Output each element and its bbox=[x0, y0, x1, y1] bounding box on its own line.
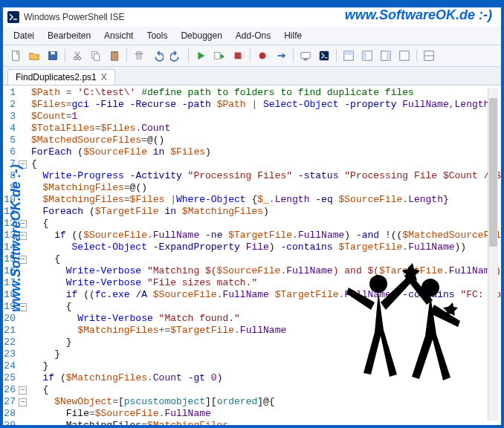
code-editor[interactable]: 1234567891011121314151617181920212223242… bbox=[3, 85, 501, 426]
watermark-top: www.SoftwareOK.de :-) bbox=[345, 7, 492, 23]
menubar: Datei Bearbeiten Ansicht Tools Debuggen … bbox=[3, 27, 501, 45]
run-selection-icon[interactable] bbox=[211, 48, 227, 64]
menu-datei[interactable]: Datei bbox=[7, 28, 40, 43]
copy-icon[interactable] bbox=[88, 48, 104, 64]
break-icon[interactable] bbox=[254, 48, 271, 64]
save-icon[interactable] bbox=[45, 48, 61, 64]
svg-point-12 bbox=[259, 53, 266, 59]
watermark-left: www.SoftwareOK.de :-) bbox=[8, 164, 24, 311]
svg-rect-11 bbox=[235, 53, 242, 59]
menu-ansicht[interactable]: Ansicht bbox=[98, 28, 139, 43]
window-title: Windows PowerShell ISE bbox=[24, 12, 124, 22]
run-icon[interactable] bbox=[193, 48, 209, 64]
powershell-icon[interactable] bbox=[316, 48, 332, 64]
svg-rect-13 bbox=[301, 53, 310, 59]
vertical-scrollbar[interactable] bbox=[488, 88, 498, 421]
cut-icon[interactable] bbox=[69, 48, 85, 64]
layout3-icon[interactable] bbox=[378, 48, 394, 64]
toolbar-separator bbox=[65, 49, 65, 62]
menu-tools[interactable]: Tools bbox=[140, 28, 173, 43]
toolbar-separator bbox=[416, 49, 417, 62]
layout2-icon[interactable] bbox=[359, 48, 375, 64]
tabbar: FindDuplicates2.ps1 X bbox=[3, 67, 501, 85]
code-area[interactable]: $Path = 'C:\test\' #define path to folde… bbox=[27, 85, 501, 426]
cmdpane-icon[interactable] bbox=[421, 48, 437, 64]
svg-rect-3 bbox=[51, 52, 54, 55]
paste-icon[interactable] bbox=[106, 48, 123, 64]
toolbar-separator bbox=[250, 49, 251, 62]
toolbar-separator bbox=[293, 49, 294, 62]
svg-rect-1 bbox=[13, 51, 19, 60]
toolbar-separator bbox=[336, 49, 337, 62]
scrollbar-thumb[interactable] bbox=[489, 98, 497, 247]
svg-rect-22 bbox=[400, 51, 409, 60]
close-tab-icon[interactable]: X bbox=[101, 72, 107, 82]
stop-icon[interactable] bbox=[230, 48, 246, 64]
undo-icon[interactable] bbox=[149, 48, 166, 64]
layout1-icon[interactable] bbox=[340, 48, 357, 64]
toolbar bbox=[3, 45, 501, 67]
svg-rect-7 bbox=[94, 54, 99, 60]
menu-debuggen[interactable]: Debuggen bbox=[175, 28, 227, 43]
toolbar-separator bbox=[188, 49, 189, 62]
clear-icon[interactable] bbox=[131, 48, 147, 64]
menu-hilfe[interactable]: Hilfe bbox=[278, 28, 308, 43]
svg-point-4 bbox=[74, 57, 77, 60]
svg-rect-21 bbox=[387, 51, 390, 60]
menu-bearbeiten[interactable]: Bearbeiten bbox=[42, 28, 97, 43]
svg-rect-19 bbox=[363, 51, 366, 60]
svg-rect-9 bbox=[113, 51, 116, 54]
open-file-icon[interactable] bbox=[26, 48, 42, 64]
toolbar-separator bbox=[126, 49, 127, 62]
svg-rect-14 bbox=[303, 59, 307, 60]
step-icon[interactable] bbox=[273, 48, 289, 64]
svg-rect-10 bbox=[215, 53, 220, 59]
menu-addons[interactable]: Add-Ons bbox=[230, 28, 277, 43]
remote-icon[interactable] bbox=[297, 48, 314, 64]
redo-icon[interactable] bbox=[168, 48, 184, 64]
script-tab[interactable]: FindDuplicates2.ps1 X bbox=[7, 69, 115, 85]
powershell-app-icon bbox=[7, 11, 19, 23]
tab-label: FindDuplicates2.ps1 bbox=[16, 72, 97, 82]
svg-point-5 bbox=[78, 57, 81, 60]
new-file-icon[interactable] bbox=[7, 48, 24, 64]
svg-rect-17 bbox=[344, 51, 353, 55]
layout4-icon[interactable] bbox=[396, 48, 413, 64]
